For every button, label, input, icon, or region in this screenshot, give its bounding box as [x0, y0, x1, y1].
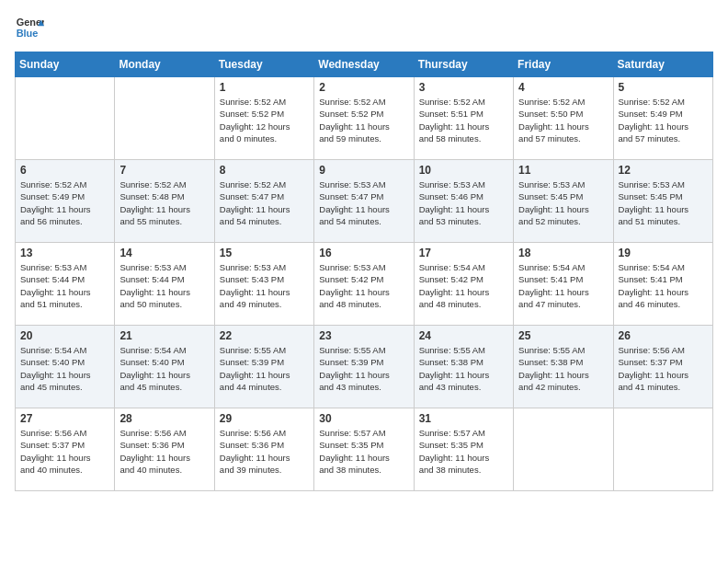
day-info: Sunrise: 5:54 AM Sunset: 5:41 PM Dayligh… — [518, 261, 608, 310]
day-info: Sunrise: 5:56 AM Sunset: 5:37 PM Dayligh… — [619, 344, 708, 393]
day-info: Sunrise: 5:53 AM Sunset: 5:44 PM Dayligh… — [20, 261, 109, 310]
day-info: Sunrise: 5:55 AM Sunset: 5:38 PM Dayligh… — [518, 344, 608, 393]
day-number: 7 — [119, 164, 209, 177]
day-number: 12 — [619, 164, 708, 177]
calendar-cell: 3Sunrise: 5:52 AM Sunset: 5:51 PM Daylig… — [414, 77, 513, 160]
day-number: 4 — [518, 81, 608, 94]
header-monday: Monday — [115, 52, 214, 77]
day-info: Sunrise: 5:53 AM Sunset: 5:43 PM Dayligh… — [220, 261, 309, 310]
calendar-cell: 29Sunrise: 5:56 AM Sunset: 5:36 PM Dayli… — [214, 408, 313, 491]
day-info: Sunrise: 5:52 AM Sunset: 5:49 PM Dayligh… — [20, 178, 109, 227]
header-saturday: Saturday — [613, 52, 712, 77]
calendar-cell: 7Sunrise: 5:52 AM Sunset: 5:48 PM Daylig… — [115, 160, 214, 243]
day-info: Sunrise: 5:54 AM Sunset: 5:40 PM Dayligh… — [20, 344, 109, 393]
day-info: Sunrise: 5:52 AM Sunset: 5:51 PM Dayligh… — [419, 96, 508, 144]
day-info: Sunrise: 5:56 AM Sunset: 5:37 PM Dayligh… — [20, 427, 109, 476]
day-info: Sunrise: 5:53 AM Sunset: 5:42 PM Dayligh… — [319, 261, 408, 310]
day-number: 2 — [319, 81, 408, 94]
week-row-3: 13Sunrise: 5:53 AM Sunset: 5:44 PM Dayli… — [16, 243, 713, 326]
calendar-cell: 28Sunrise: 5:56 AM Sunset: 5:36 PM Dayli… — [115, 408, 214, 491]
day-number: 10 — [419, 164, 508, 177]
day-number: 15 — [220, 247, 309, 259]
day-info: Sunrise: 5:53 AM Sunset: 5:47 PM Dayligh… — [319, 178, 408, 227]
calendar-cell: 30Sunrise: 5:57 AM Sunset: 5:35 PM Dayli… — [314, 408, 414, 491]
calendar-cell: 4Sunrise: 5:52 AM Sunset: 5:50 PM Daylig… — [514, 77, 613, 160]
calendar-cell — [115, 77, 214, 160]
day-number: 26 — [619, 329, 708, 342]
day-info: Sunrise: 5:53 AM Sunset: 5:46 PM Dayligh… — [419, 178, 508, 227]
day-info: Sunrise: 5:53 AM Sunset: 5:45 PM Dayligh… — [619, 178, 708, 227]
page-header: General Blue — [15, 15, 713, 40]
day-info: Sunrise: 5:52 AM Sunset: 5:52 PM Dayligh… — [319, 96, 408, 144]
calendar-cell: 25Sunrise: 5:55 AM Sunset: 5:38 PM Dayli… — [514, 326, 613, 408]
day-info: Sunrise: 5:57 AM Sunset: 5:35 PM Dayligh… — [319, 427, 408, 476]
day-info: Sunrise: 5:52 AM Sunset: 5:50 PM Dayligh… — [518, 96, 608, 144]
day-number: 21 — [119, 329, 209, 342]
calendar-cell: 12Sunrise: 5:53 AM Sunset: 5:45 PM Dayli… — [613, 160, 712, 243]
day-number: 22 — [220, 329, 309, 342]
calendar-cell: 27Sunrise: 5:56 AM Sunset: 5:37 PM Dayli… — [16, 408, 115, 491]
day-number: 19 — [619, 247, 708, 259]
day-info: Sunrise: 5:55 AM Sunset: 5:38 PM Dayligh… — [419, 344, 508, 393]
day-info: Sunrise: 5:53 AM Sunset: 5:45 PM Dayligh… — [518, 178, 608, 227]
day-info: Sunrise: 5:55 AM Sunset: 5:39 PM Dayligh… — [319, 344, 408, 393]
calendar-cell: 10Sunrise: 5:53 AM Sunset: 5:46 PM Dayli… — [414, 160, 513, 243]
calendar-cell — [514, 408, 613, 491]
calendar-cell: 16Sunrise: 5:53 AM Sunset: 5:42 PM Dayli… — [314, 243, 414, 326]
day-number: 27 — [20, 412, 109, 425]
day-number: 1 — [220, 81, 309, 94]
day-number: 30 — [319, 412, 408, 425]
calendar-cell: 9Sunrise: 5:53 AM Sunset: 5:47 PM Daylig… — [314, 160, 414, 243]
day-number: 25 — [518, 329, 608, 342]
calendar-cell — [613, 408, 712, 491]
header-tuesday: Tuesday — [214, 52, 313, 77]
day-info: Sunrise: 5:57 AM Sunset: 5:35 PM Dayligh… — [419, 427, 508, 476]
day-number: 6 — [20, 164, 109, 177]
week-row-5: 27Sunrise: 5:56 AM Sunset: 5:37 PM Dayli… — [16, 408, 713, 491]
day-info: Sunrise: 5:52 AM Sunset: 5:52 PM Dayligh… — [220, 96, 309, 144]
calendar-cell: 2Sunrise: 5:52 AM Sunset: 5:52 PM Daylig… — [314, 77, 414, 160]
day-number: 9 — [319, 164, 408, 177]
day-number: 31 — [419, 412, 508, 425]
logo-icon: General Blue — [15, 15, 44, 40]
day-number: 17 — [419, 247, 508, 259]
calendar-cell: 31Sunrise: 5:57 AM Sunset: 5:35 PM Dayli… — [414, 408, 513, 491]
day-info: Sunrise: 5:53 AM Sunset: 5:44 PM Dayligh… — [119, 261, 209, 310]
week-row-4: 20Sunrise: 5:54 AM Sunset: 5:40 PM Dayli… — [16, 326, 713, 408]
header-wednesday: Wednesday — [314, 52, 414, 77]
calendar-cell: 15Sunrise: 5:53 AM Sunset: 5:43 PM Dayli… — [214, 243, 313, 326]
day-number: 3 — [419, 81, 508, 94]
day-info: Sunrise: 5:54 AM Sunset: 5:40 PM Dayligh… — [119, 344, 209, 393]
calendar-cell: 18Sunrise: 5:54 AM Sunset: 5:41 PM Dayli… — [514, 243, 613, 326]
svg-text:Blue: Blue — [17, 28, 39, 39]
calendar-cell: 22Sunrise: 5:55 AM Sunset: 5:39 PM Dayli… — [214, 326, 313, 408]
day-number: 23 — [319, 329, 408, 342]
day-number: 20 — [20, 329, 109, 342]
calendar-cell — [16, 77, 115, 160]
day-number: 13 — [20, 247, 109, 259]
day-number: 24 — [419, 329, 508, 342]
calendar-body: 1Sunrise: 5:52 AM Sunset: 5:52 PM Daylig… — [16, 77, 713, 491]
day-number: 14 — [119, 247, 209, 259]
day-info: Sunrise: 5:56 AM Sunset: 5:36 PM Dayligh… — [220, 427, 309, 476]
calendar-cell: 23Sunrise: 5:55 AM Sunset: 5:39 PM Dayli… — [314, 326, 414, 408]
week-row-2: 6Sunrise: 5:52 AM Sunset: 5:49 PM Daylig… — [16, 160, 713, 243]
header-friday: Friday — [514, 52, 613, 77]
header-sunday: Sunday — [16, 52, 115, 77]
calendar-table: SundayMondayTuesdayWednesdayThursdayFrid… — [15, 52, 713, 491]
calendar-cell: 19Sunrise: 5:54 AM Sunset: 5:41 PM Dayli… — [613, 243, 712, 326]
day-number: 28 — [119, 412, 209, 425]
calendar-cell: 1Sunrise: 5:52 AM Sunset: 5:52 PM Daylig… — [214, 77, 313, 160]
day-info: Sunrise: 5:52 AM Sunset: 5:48 PM Dayligh… — [119, 178, 209, 227]
day-number: 29 — [220, 412, 309, 425]
day-info: Sunrise: 5:54 AM Sunset: 5:41 PM Dayligh… — [619, 261, 708, 310]
day-info: Sunrise: 5:52 AM Sunset: 5:49 PM Dayligh… — [619, 96, 708, 144]
day-info: Sunrise: 5:54 AM Sunset: 5:42 PM Dayligh… — [419, 261, 508, 310]
calendar-cell: 17Sunrise: 5:54 AM Sunset: 5:42 PM Dayli… — [414, 243, 513, 326]
calendar-cell: 24Sunrise: 5:55 AM Sunset: 5:38 PM Dayli… — [414, 326, 513, 408]
calendar-cell: 13Sunrise: 5:53 AM Sunset: 5:44 PM Dayli… — [16, 243, 115, 326]
week-row-1: 1Sunrise: 5:52 AM Sunset: 5:52 PM Daylig… — [16, 77, 713, 160]
calendar-cell: 26Sunrise: 5:56 AM Sunset: 5:37 PM Dayli… — [613, 326, 712, 408]
header-thursday: Thursday — [414, 52, 513, 77]
calendar-header-row: SundayMondayTuesdayWednesdayThursdayFrid… — [16, 52, 713, 77]
